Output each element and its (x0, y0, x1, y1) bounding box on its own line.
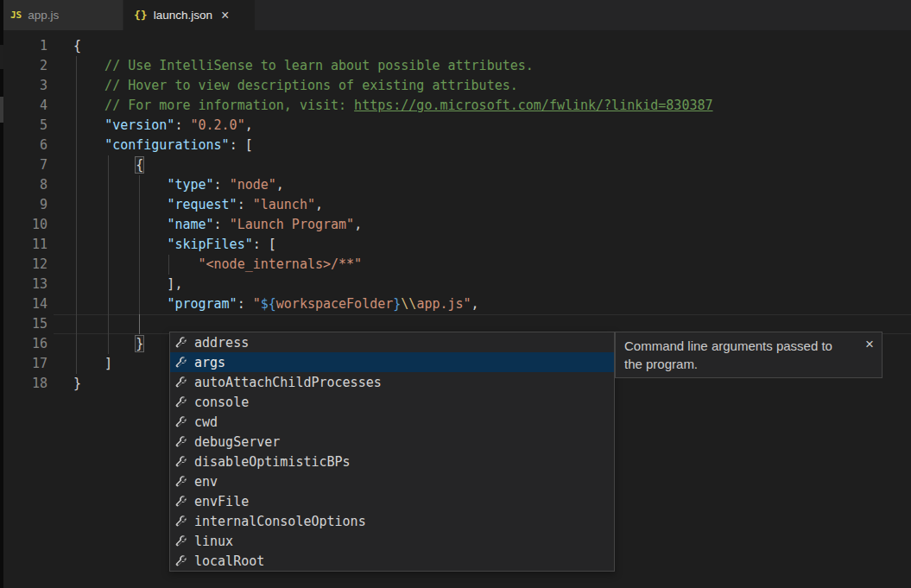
wrench-property-icon (175, 336, 188, 349)
suggest-item-address[interactable]: address (170, 332, 614, 352)
token: "skipFiles" (167, 237, 252, 252)
suggest-label: debugServer (194, 434, 280, 450)
wrench-property-icon (175, 495, 188, 508)
token (73, 336, 136, 351)
line-number[interactable]: 12 (0, 255, 47, 275)
indent-guide (108, 314, 109, 334)
token: , (354, 217, 362, 232)
token: : (237, 296, 253, 312)
suggest-item-linux[interactable]: linux (170, 531, 614, 551)
line-number[interactable]: 18 (0, 374, 47, 394)
suggest-item-autoAttachChildProcesses[interactable]: autoAttachChildProcesses (170, 372, 614, 392)
wrench-property-icon (175, 415, 188, 428)
line-number[interactable]: 13 (0, 275, 47, 294)
code-line[interactable]: 11 "skipFiles": [ (0, 235, 911, 255)
code-line[interactable]: 5 "version": "0.2.0", (0, 116, 911, 136)
line-number[interactable]: 11 (0, 235, 47, 255)
tab-app-js[interactable]: JS app.js (0, 0, 123, 30)
code-line[interactable]: 14 "program": "${workspaceFolder}\\app.j… (0, 294, 911, 314)
token (73, 117, 104, 133)
suggest-item-debugServer[interactable]: debugServer (170, 432, 614, 452)
code-line[interactable]: 6 "configurations": [ (0, 136, 911, 155)
code-text: "skipFiles": [ (73, 235, 276, 255)
line-number[interactable]: 16 (0, 334, 47, 354)
token: "0.2.0" (190, 117, 244, 133)
code-text: "configurations": [ (73, 136, 253, 155)
suggest-label: localRoot (194, 553, 264, 569)
tab-launch-json[interactable]: {} launch.json × (123, 0, 255, 30)
line-number[interactable]: 8 (0, 175, 47, 195)
code-text: // Hover to view descriptions of existin… (73, 76, 518, 96)
token (73, 137, 104, 153)
wrench-property-icon (175, 515, 188, 528)
line-number[interactable]: 15 (0, 314, 47, 334)
token: : (214, 217, 230, 232)
code-line[interactable]: 2 // Use IntelliSense to learn about pos… (0, 56, 911, 76)
token: "type" (167, 177, 213, 193)
link[interactable]: https://go.microsoft.com/fwlink/?linkid=… (354, 98, 712, 113)
wrench-property-icon (175, 455, 188, 468)
suggest-label: args (194, 355, 225, 370)
code-text: "version": "0.2.0", (73, 116, 253, 136)
token: "request" (167, 197, 237, 212)
code-line[interactable]: 4 // For more information, visit: https:… (0, 96, 911, 116)
code-line[interactable]: 12 "<node_internals>/**" (0, 255, 911, 275)
line-number[interactable]: 4 (0, 96, 47, 116)
token (73, 197, 167, 212)
code-line[interactable]: 13 ], (0, 275, 911, 294)
token: "name" (167, 217, 213, 232)
token: "Launch Program" (230, 217, 355, 232)
code-text: "program": "${workspaceFolder}\\app.js", (73, 294, 479, 314)
line-number[interactable]: 17 (0, 354, 47, 374)
active-indent-guide (139, 314, 140, 334)
code-text: ], (73, 275, 182, 294)
token: "launch" (253, 197, 315, 212)
line-number[interactable]: 2 (0, 56, 47, 76)
suggest-item-console[interactable]: console (170, 392, 614, 412)
line-number[interactable]: 10 (0, 215, 47, 235)
suggest-label: envFile (194, 494, 249, 509)
line-number[interactable]: 5 (0, 116, 47, 136)
code-line[interactable]: 10 "name": "Launch Program", (0, 215, 911, 235)
suggest-label: internalConsoleOptions (194, 514, 366, 529)
suggest-item-internalConsoleOptions[interactable]: internalConsoleOptions (170, 511, 614, 531)
code-text: "name": "Launch Program", (73, 215, 362, 235)
code-line[interactable]: 9 "request": "launch", (0, 195, 911, 215)
code-line[interactable]: 7 { (0, 155, 911, 175)
suggest-label: env (194, 474, 218, 490)
line-number[interactable]: 1 (0, 36, 47, 56)
suggest-item-cwd[interactable]: cwd (170, 412, 614, 432)
suggest-label: autoAttachChildProcesses (194, 375, 382, 390)
line-number[interactable]: 7 (0, 155, 47, 175)
code-text: "type": "node", (73, 175, 284, 195)
code-line[interactable]: 8 "type": "node", (0, 175, 911, 195)
suggest-item-args[interactable]: args (170, 352, 614, 372)
suggest-item-env[interactable]: env (170, 471, 614, 491)
close-tab-icon[interactable]: × (221, 9, 229, 22)
suggest-details-tooltip: Command line arguments passed to the pro… (615, 332, 883, 378)
token: // Hover to view descriptions of existin… (73, 78, 518, 93)
code-text: // Use IntelliSense to learn about possi… (73, 56, 534, 76)
line-number[interactable]: 6 (0, 136, 47, 155)
line-number[interactable]: 9 (0, 195, 47, 215)
code-line[interactable]: 3 // Hover to view descriptions of exist… (0, 76, 911, 96)
line-number[interactable]: 14 (0, 294, 47, 314)
wrench-property-icon (175, 435, 188, 448)
left-edge-strip (0, 0, 3, 588)
token (73, 296, 167, 312)
code-text: "<node_internals>/**" (73, 255, 362, 275)
line-number[interactable]: 3 (0, 76, 47, 96)
token: app.js" (416, 296, 471, 312)
code-line[interactable]: 1{ (0, 36, 911, 56)
suggest-item-envFile[interactable]: envFile (170, 491, 614, 511)
token: : [ (230, 137, 253, 153)
close-icon[interactable]: × (865, 337, 874, 351)
token: { (73, 38, 81, 54)
wrench-property-icon (175, 534, 188, 547)
suggest-item-localRoot[interactable]: localRoot (170, 551, 614, 571)
token: "node" (230, 177, 276, 193)
code-text: { (73, 36, 81, 56)
code-text: // For more information, visit: https://… (73, 96, 713, 116)
token: } (393, 296, 401, 312)
suggest-item-disableOptimisticBPs[interactable]: disableOptimisticBPs (170, 452, 614, 471)
